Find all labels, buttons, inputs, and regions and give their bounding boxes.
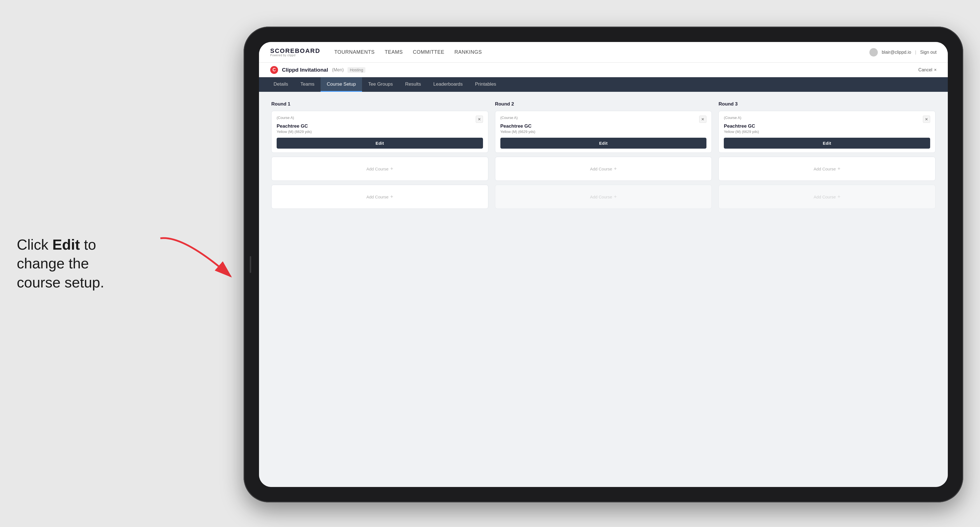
round-1-add-course-2[interactable]: Add Course + <box>271 185 488 209</box>
plus-icon: + <box>390 194 393 200</box>
nav-rankings[interactable]: RANKINGS <box>455 49 482 55</box>
tab-printables[interactable]: Printables <box>469 77 503 92</box>
instruction-prefix: Click <box>17 236 52 252</box>
instruction-bold: Edit <box>52 236 80 252</box>
tournament-name: Clippd Invitational <box>282 67 328 73</box>
user-email: blair@clippd.io <box>882 50 911 55</box>
round-2-column: Round 2 (Course A) ✕ Peachtree GC Yellow… <box>495 101 712 213</box>
add-course-label: Add Course <box>366 167 388 171</box>
add-course-label: Add Course <box>590 167 612 171</box>
round-2-add-course-1[interactable]: Add Course + <box>495 157 712 181</box>
app-logo: SCOREBOARD Powered by clippd <box>270 48 320 57</box>
course-card-header: (Course A) ✕ <box>500 116 707 123</box>
course-tag: (Course A) <box>724 116 741 120</box>
round-1-label: Round 1 <box>271 101 488 107</box>
add-course-label: Add Course <box>590 195 612 199</box>
main-content: Round 1 (Course A) ✕ Peachtree GC Yellow… <box>259 92 948 487</box>
round-2-add-course-2: Add Course + <box>495 185 712 209</box>
round-1-course-card: (Course A) ✕ Peachtree GC Yellow (M) (66… <box>271 111 488 153</box>
nav-tournaments[interactable]: TOURNAMENTS <box>334 49 375 55</box>
sub-header-left: C Clippd Invitational (Men) Hosting <box>270 66 365 74</box>
tab-course-setup[interactable]: Course Setup <box>321 77 362 92</box>
round-2-label: Round 2 <box>495 101 712 107</box>
plus-icon: + <box>837 166 840 172</box>
nav-committee[interactable]: COMMITTEE <box>413 49 445 55</box>
course-name: Peachtree GC <box>500 124 707 129</box>
add-course-label: Add Course <box>366 195 388 199</box>
round-3-add-course-1[interactable]: Add Course + <box>719 157 935 181</box>
round-3-column: Round 3 (Course A) ✕ Peachtree GC Yellow… <box>719 101 935 213</box>
course-delete-button[interactable]: ✕ <box>699 116 706 123</box>
round-3-course-card: (Course A) ✕ Peachtree GC Yellow (M) (66… <box>719 111 935 153</box>
tablet-frame: SCOREBOARD Powered by clippd TOURNAMENTS… <box>243 27 963 502</box>
tab-details[interactable]: Details <box>267 77 294 92</box>
tab-teams[interactable]: Teams <box>294 77 321 92</box>
tablet-side-button <box>250 256 251 273</box>
nav-links: TOURNAMENTS TEAMS COMMITTEE RANKINGS <box>334 49 855 55</box>
course-tag: (Course A) <box>500 116 518 120</box>
logo-main-text: SCOREBOARD <box>270 48 320 54</box>
plus-icon: + <box>390 166 393 172</box>
round-3-add-course-2: Add Course + <box>719 185 935 209</box>
course-card-header: (Course A) ✕ <box>724 116 930 123</box>
nav-teams[interactable]: TEAMS <box>385 49 403 55</box>
tournament-gender: (Men) <box>332 67 344 73</box>
tab-bar: Details Teams Course Setup Tee Groups Re… <box>259 77 948 92</box>
sign-out-link[interactable]: Sign out <box>920 50 937 55</box>
course-delete-button[interactable]: ✕ <box>923 116 930 123</box>
cancel-label: Cancel <box>918 67 932 73</box>
tab-results[interactable]: Results <box>399 77 427 92</box>
round-1-column: Round 1 (Course A) ✕ Peachtree GC Yellow… <box>271 101 488 213</box>
plus-icon: + <box>837 194 840 200</box>
course-tag: (Course A) <box>277 116 294 120</box>
nav-user-area: blair@clippd.io | Sign out <box>869 48 937 57</box>
course-details: Yellow (M) (6629 yds) <box>277 130 483 134</box>
round-2-course-card: (Course A) ✕ Peachtree GC Yellow (M) (66… <box>495 111 712 153</box>
course-card-header: (Course A) ✕ <box>277 116 483 123</box>
divider-pipe: | <box>915 50 916 55</box>
tab-tee-groups[interactable]: Tee Groups <box>362 77 399 92</box>
tablet-screen: SCOREBOARD Powered by clippd TOURNAMENTS… <box>259 42 948 487</box>
round-1-edit-button[interactable]: Edit <box>277 138 483 149</box>
course-name: Peachtree GC <box>277 124 483 129</box>
sub-header: C Clippd Invitational (Men) Hosting Canc… <box>259 63 948 77</box>
add-course-label: Add Course <box>814 195 836 199</box>
rounds-container: Round 1 (Course A) ✕ Peachtree GC Yellow… <box>271 101 935 213</box>
instruction-text: Click Edit tochange thecourse setup. <box>17 235 104 292</box>
plus-icon: + <box>614 166 617 172</box>
course-details: Yellow (M) (6629 yds) <box>500 130 707 134</box>
top-navigation: SCOREBOARD Powered by clippd TOURNAMENTS… <box>259 42 948 63</box>
course-name: Peachtree GC <box>724 124 930 129</box>
tab-leaderboards[interactable]: Leaderboards <box>427 77 469 92</box>
round-2-edit-button[interactable]: Edit <box>500 138 707 149</box>
round-3-label: Round 3 <box>719 101 935 107</box>
plus-icon: + <box>614 194 617 200</box>
course-delete-button[interactable]: ✕ <box>476 116 483 123</box>
round-1-add-course-1[interactable]: Add Course + <box>271 157 488 181</box>
add-course-label: Add Course <box>814 167 836 171</box>
cancel-button[interactable]: Cancel × <box>918 67 937 73</box>
user-avatar <box>869 48 878 57</box>
course-details: Yellow (M) (6629 yds) <box>724 130 930 134</box>
hosting-badge: Hosting <box>347 67 365 73</box>
round-3-edit-button[interactable]: Edit <box>724 138 930 149</box>
clippd-logo: C <box>270 66 278 74</box>
cancel-icon: × <box>934 67 937 73</box>
logo-sub-text: Powered by clippd <box>270 54 320 57</box>
